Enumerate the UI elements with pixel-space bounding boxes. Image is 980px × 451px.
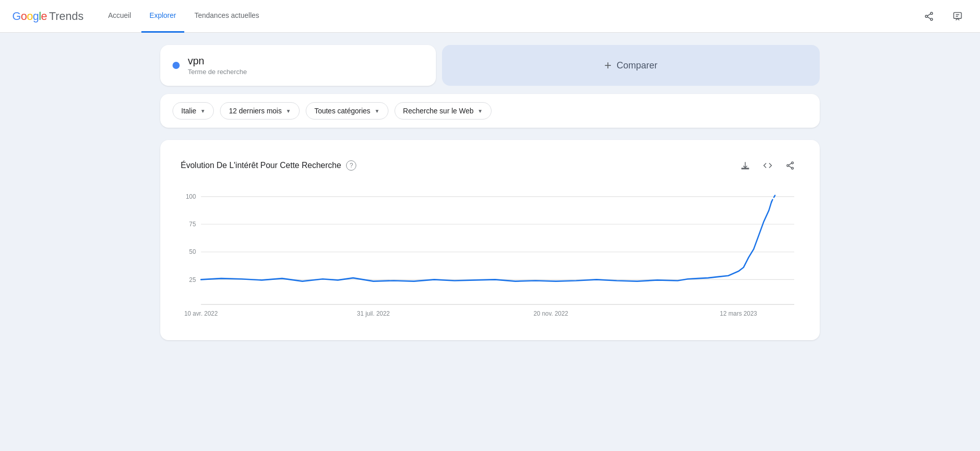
search-type-arrow-icon: ▼ — [478, 108, 483, 114]
svg-point-10 — [792, 162, 794, 164]
svg-line-4 — [927, 17, 930, 19]
search-dot — [173, 62, 180, 69]
svg-text:12 mars 2023: 12 mars 2023 — [720, 310, 757, 317]
header: Google Trends Accueil Explorer Tendances… — [0, 0, 980, 33]
svg-text:20 nov. 2022: 20 nov. 2022 — [533, 310, 568, 317]
share-icon — [924, 11, 934, 21]
svg-text:10 avr. 2022: 10 avr. 2022 — [184, 310, 218, 317]
compare-plus-icon: + — [604, 58, 611, 73]
nav-accueil[interactable]: Accueil — [100, 0, 139, 33]
search-area: vpn Terme de recherche + Comparer — [160, 45, 820, 86]
search-term-type: Terme de recherche — [188, 68, 247, 76]
chart-title: Évolution De L'intérêt Pour Cette Recher… — [181, 161, 341, 170]
category-filter[interactable]: Toutes catégories ▼ — [306, 102, 388, 120]
download-icon — [741, 161, 750, 170]
chart-header: Évolution De L'intérêt Pour Cette Recher… — [181, 156, 799, 175]
filter-bar: Italie ▼ 12 derniers mois ▼ Toutes catég… — [160, 94, 820, 128]
feedback-button[interactable] — [947, 6, 968, 27]
svg-text:75: 75 — [189, 221, 196, 228]
svg-text:50: 50 — [189, 248, 196, 256]
chart-share-icon — [786, 161, 795, 170]
svg-line-3 — [927, 14, 930, 16]
svg-text:100: 100 — [186, 193, 196, 201]
svg-point-0 — [930, 12, 933, 14]
search-type-filter[interactable]: Recherche sur le Web ▼ — [395, 102, 492, 120]
embed-button[interactable] — [758, 156, 777, 175]
chart-actions — [736, 156, 799, 175]
period-arrow-icon: ▼ — [286, 108, 291, 114]
chart-card: Évolution De L'intérêt Pour Cette Recher… — [160, 140, 820, 340]
header-actions — [919, 6, 968, 27]
search-type-label: Recherche sur le Web — [403, 107, 474, 115]
main-content: vpn Terme de recherche + Comparer Italie… — [148, 33, 832, 352]
chart-area: 100 75 50 25 10 avr. 2022 31 juil. 2022 … — [181, 191, 799, 324]
nav-explorer[interactable]: Explorer — [141, 0, 184, 33]
category-arrow-icon: ▼ — [375, 108, 380, 114]
search-term-text[interactable]: vpn — [188, 55, 247, 67]
feedback-icon — [952, 11, 963, 21]
period-label: 12 derniers mois — [229, 107, 282, 115]
share-button[interactable] — [919, 6, 939, 27]
svg-line-13 — [789, 163, 791, 165]
compare-label: Comparer — [617, 60, 657, 71]
svg-point-1 — [925, 15, 927, 17]
search-term-info: vpn Terme de recherche — [188, 55, 247, 76]
svg-line-14 — [789, 166, 791, 168]
chart-share-button[interactable] — [781, 156, 799, 175]
logo-trends-text: Trends — [49, 10, 84, 23]
nav-tendances[interactable]: Tendances actuelles — [186, 0, 267, 33]
country-arrow-icon: ▼ — [201, 108, 206, 114]
chart-title-row: Évolution De L'intérêt Pour Cette Recher… — [181, 160, 356, 171]
svg-text:31 juil. 2022: 31 juil. 2022 — [357, 310, 389, 317]
main-nav: Accueil Explorer Tendances actuelles — [100, 0, 267, 32]
svg-point-11 — [787, 164, 789, 167]
country-label: Italie — [181, 107, 197, 115]
svg-text:25: 25 — [189, 276, 196, 283]
svg-point-2 — [930, 18, 933, 20]
logo[interactable]: Google Trends — [12, 10, 84, 23]
download-button[interactable] — [736, 156, 754, 175]
embed-icon — [763, 161, 772, 170]
logo-google-text: Google — [12, 10, 47, 23]
period-filter[interactable]: 12 derniers mois ▼ — [220, 102, 299, 120]
country-filter[interactable]: Italie ▼ — [173, 102, 214, 120]
compare-card[interactable]: + Comparer — [442, 45, 820, 86]
category-label: Toutes catégories — [314, 107, 371, 115]
search-term-card: vpn Terme de recherche — [160, 45, 436, 86]
svg-rect-5 — [954, 12, 962, 18]
svg-point-12 — [792, 167, 794, 169]
help-icon[interactable]: ? — [346, 160, 356, 171]
chart-svg: 100 75 50 25 10 avr. 2022 31 juil. 2022 … — [181, 191, 799, 324]
